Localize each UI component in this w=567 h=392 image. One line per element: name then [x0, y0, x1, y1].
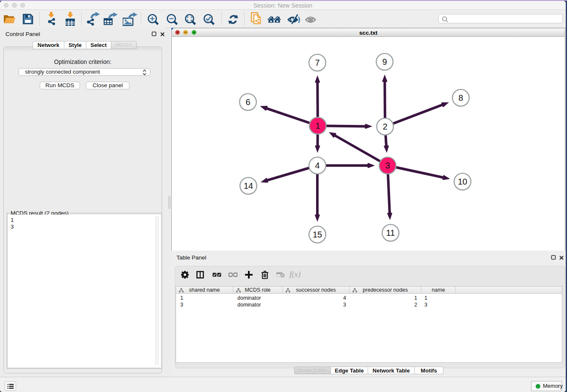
svg-text:11: 11 — [386, 228, 395, 237]
svg-text:8: 8 — [458, 93, 463, 102]
svg-text:14: 14 — [244, 181, 253, 190]
svg-text:f(x): f(x) — [289, 270, 300, 279]
svg-text:10: 10 — [458, 177, 467, 186]
svg-text:9: 9 — [382, 57, 387, 66]
svg-text:4: 4 — [315, 161, 319, 170]
svg-text:3: 3 — [385, 161, 390, 170]
svg-text:6: 6 — [245, 97, 250, 107]
svg-text:7: 7 — [315, 58, 319, 67]
svg-text:2: 2 — [383, 122, 387, 131]
svg-text:15: 15 — [313, 230, 322, 239]
svg-text:1: 1 — [315, 121, 320, 130]
